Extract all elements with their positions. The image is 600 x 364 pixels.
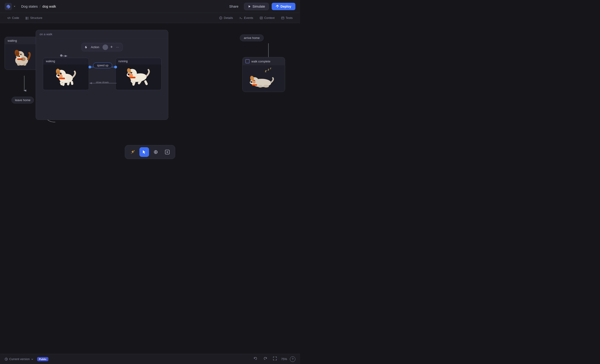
breadcrumb-current: dog walk	[42, 4, 56, 8]
walking-state-label: walking	[43, 58, 89, 65]
running-dog-illustration	[126, 66, 151, 89]
more-options-button[interactable]: ···	[115, 45, 120, 49]
svg-point-64	[129, 73, 133, 77]
events-nav-button[interactable]: Events	[237, 15, 256, 21]
sparkle-tool-button[interactable]	[128, 147, 138, 157]
code-icon	[7, 16, 11, 19]
svg-rect-63	[144, 80, 148, 85]
tests-nav-button[interactable]: Tests	[278, 15, 295, 21]
speed-up-transition-label[interactable]: speed up	[93, 63, 112, 68]
svg-point-57	[131, 72, 132, 72]
top-bar-right: Share Simulate Deploy	[226, 3, 295, 10]
walk-complete-state[interactable]: walk complete z z z	[242, 57, 285, 92]
context-icon	[260, 16, 263, 19]
svg-rect-4	[26, 19, 27, 19]
svg-point-42	[61, 73, 62, 74]
svg-rect-45	[58, 78, 65, 79]
running-state[interactable]: running	[115, 58, 161, 90]
structure-nav-button[interactable]: Structure	[23, 15, 45, 21]
svg-point-28	[20, 54, 22, 55]
deploy-icon	[276, 5, 279, 8]
svg-point-80	[258, 85, 263, 88]
tests-icon	[281, 16, 284, 19]
svg-marker-68	[89, 82, 92, 84]
walk-complete-state-image: z z z	[243, 65, 285, 92]
waiting-state-label: waiting	[5, 37, 38, 44]
add-state-tool-button[interactable]	[162, 147, 172, 157]
svg-point-81	[252, 80, 255, 84]
svg-point-83	[155, 152, 156, 152]
breadcrumb-parent[interactable]: Dog states	[21, 4, 38, 8]
running-state-image	[116, 65, 161, 90]
structure-icon	[26, 16, 29, 19]
svg-point-35	[21, 57, 26, 61]
cursor-tool-button[interactable]	[139, 147, 149, 157]
waiting-dog-illustration	[11, 47, 32, 67]
events-icon	[239, 16, 243, 19]
second-bar: Code Structure Details	[0, 13, 300, 23]
sleeping-dog-illustration: z z z	[249, 66, 279, 91]
svg-marker-1	[249, 5, 251, 8]
code-nav-button[interactable]: Code	[5, 15, 22, 21]
svg-point-33	[17, 63, 20, 66]
simulate-icon	[248, 5, 251, 8]
logo-dropdown-icon[interactable]	[13, 5, 16, 8]
state-waiting[interactable]: waiting	[5, 37, 39, 70]
svg-point-79	[263, 85, 269, 88]
add-transition-button[interactable]: +	[109, 45, 114, 49]
on-a-walk-container[interactable]: on a walk Action + ··· walking	[36, 30, 168, 120]
slow-down-transition-label[interactable]: slow down	[96, 81, 109, 84]
svg-point-41	[60, 73, 62, 75]
walking-dog-illustration	[54, 66, 77, 89]
svg-rect-49	[71, 81, 74, 85]
action-dot	[103, 45, 108, 50]
right-nav: Details Events Context Tests	[216, 15, 295, 21]
leave-home-label: leave home	[11, 97, 34, 103]
floating-toolbar	[125, 145, 175, 159]
stately-logo	[5, 3, 12, 10]
top-bar: Dog states / dog walk Share Simulate Dep…	[0, 0, 300, 13]
svg-rect-2	[26, 17, 27, 18]
svg-point-10	[221, 17, 221, 17]
svg-point-34	[23, 63, 26, 66]
svg-text:z: z	[270, 67, 271, 70]
canvas-area[interactable]: waiting	[0, 23, 300, 172]
walk-complete-icon	[245, 59, 250, 63]
action-lightning-icon	[84, 45, 88, 49]
svg-text:z: z	[265, 69, 267, 73]
action-button[interactable]: Action	[89, 44, 102, 50]
svg-point-36	[17, 55, 19, 57]
walking-state[interactable]: walking	[43, 58, 89, 90]
share-button[interactable]: Share	[226, 3, 241, 10]
left-nav: Code Structure	[5, 15, 45, 21]
svg-rect-3	[26, 18, 27, 19]
svg-point-76	[251, 81, 252, 83]
context-nav-button[interactable]: Context	[257, 15, 277, 21]
breadcrumb: Dog states / dog walk	[21, 4, 56, 8]
details-nav-button[interactable]: Details	[216, 15, 236, 21]
svg-point-50	[59, 75, 63, 78]
svg-text:z: z	[268, 68, 269, 71]
svg-point-51	[66, 75, 73, 80]
on-a-walk-header: on a walk	[36, 30, 168, 38]
walk-complete-state-label: walk complete	[243, 57, 285, 65]
arrive-home-label: arrive home	[240, 35, 263, 41]
start-indicator	[60, 54, 62, 57]
svg-rect-78	[252, 84, 257, 86]
speed-up-source-dot	[88, 66, 91, 68]
on-a-walk-label: on a walk	[40, 32, 52, 36]
waiting-state-image	[5, 44, 38, 70]
simulate-button[interactable]: Simulate	[244, 3, 269, 10]
walking-state-image	[43, 65, 89, 90]
svg-point-29	[21, 54, 21, 54]
running-state-label: running	[116, 58, 161, 65]
speed-up-target-dot	[114, 66, 117, 68]
logo-area[interactable]	[5, 3, 16, 10]
deploy-button[interactable]: Deploy	[272, 3, 295, 10]
details-icon	[219, 16, 222, 19]
breadcrumb-sep: /	[40, 4, 41, 8]
action-bar: Action + ···	[82, 43, 122, 51]
pan-tool-button[interactable]	[151, 147, 161, 157]
